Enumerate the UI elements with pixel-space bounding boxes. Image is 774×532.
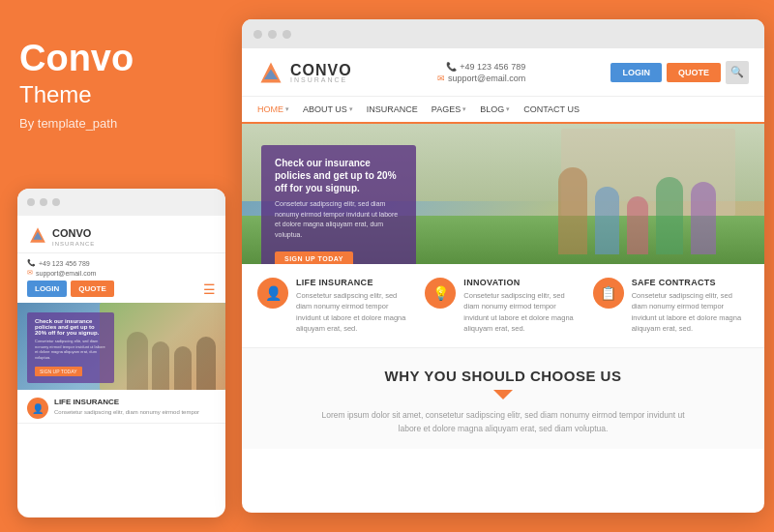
- brand-title: Convo: [19, 39, 242, 79]
- mobile-buttons: LOGIN QUOTE ☰: [17, 281, 225, 297]
- features-strip: 👤 LIFE INSURANCE Consetetur sadipscing e…: [242, 264, 764, 348]
- nav-item-blog[interactable]: BLOG ▾: [480, 104, 510, 114]
- brand-subtitle: Theme: [19, 81, 242, 108]
- desktop-top-bar: [242, 19, 764, 48]
- hero-overlay-title: Check our insurance policies and get up …: [275, 157, 402, 194]
- feature-content-1: LIFE INSURANCE Consetetur sadipscing eli…: [296, 278, 413, 334]
- mobile-top-bar: [17, 189, 225, 216]
- hero-overlay-box: Check our insurance policies and get up …: [261, 145, 416, 264]
- feature-item-2: 💡 INNOVATION Consetetur sadipscing elitr…: [425, 278, 580, 334]
- person-silhouette-1: [196, 337, 216, 390]
- mobile-feature-title: LIFE INSURANCE: [54, 398, 199, 406]
- desktop-logo: CONVO INSURANCE: [257, 59, 352, 86]
- mobile-hero-cta[interactable]: SIGN UP TODAY: [35, 367, 82, 376]
- hero-overlay-text: Consetetur sadipscing elitr, sed diam no…: [275, 199, 402, 240]
- brand-author: By template_path: [19, 116, 242, 131]
- feature-content-3: SAFE CONTRACTS Consetetur sadipscing eli…: [632, 278, 749, 334]
- mobile-hero-text: Consetetur sadipscing elitr, sed diam no…: [35, 339, 106, 360]
- desktop-search-button[interactable]: 🔍: [726, 61, 749, 84]
- mobile-feature-icon: 👤: [27, 398, 48, 419]
- hero-person-5: [691, 182, 716, 254]
- desktop-login-button[interactable]: LOGIN: [610, 63, 662, 82]
- mobile-mockup: CONVO INSURANCE 📞+49 123 456 789 ✉suppor…: [17, 189, 225, 517]
- logo-icon: [27, 224, 48, 246]
- feature-text-1: Consetetur sadipscing elitr, sed diam no…: [296, 290, 413, 334]
- mobile-logo: CONVO INSURANCE: [27, 223, 95, 247]
- why-divider: [257, 390, 749, 399]
- feature-text-2: Consetetur sadipscing elitr, sed diam no…: [463, 290, 580, 334]
- hero-person-4: [656, 177, 683, 254]
- mobile-hero: Check our insurance policies and get up …: [17, 303, 225, 390]
- mobile-menu-icon[interactable]: ☰: [203, 281, 216, 297]
- nav-item-pages[interactable]: PAGES ▾: [432, 104, 466, 114]
- mobile-contact-info: 📞+49 123 456 789 ✉support@email.com: [27, 259, 216, 277]
- mobile-feature-item: 👤 LIFE INSURANCE Consetetur sadipscing e…: [17, 390, 225, 424]
- person-silhouette-3: [152, 341, 169, 390]
- hero-people: [558, 167, 716, 254]
- nav-item-insurance[interactable]: INSURANCE: [367, 104, 418, 114]
- mobile-feature-content: LIFE INSURANCE Consetetur sadipscing eli…: [54, 398, 199, 416]
- feature-title-1: LIFE INSURANCE: [296, 278, 413, 287]
- mobile-hero-title: Check our insurance policies and get up …: [35, 318, 106, 336]
- why-text: Lorem ipsum dolor sit amet, consetetur s…: [310, 409, 697, 435]
- desktop-mockup: CONVO INSURANCE 📞+49 123 456 789 ✉suppor…: [242, 19, 764, 513]
- feature-text-3: Consetetur sadipscing elitr, sed diam no…: [632, 290, 749, 334]
- desktop-contact: 📞+49 123 456 789 ✉support@email.com: [437, 62, 525, 83]
- feature-content-2: INNOVATION Consetetur sadipscing elitr, …: [463, 278, 580, 334]
- nav-item-contact[interactable]: CONTACT US: [523, 104, 580, 114]
- search-icon: 🔍: [730, 66, 744, 78]
- why-arrow-icon: [493, 390, 513, 399]
- why-title: WHY YOU SHOULD CHOOSE US: [257, 368, 749, 384]
- feature-title-2: INNOVATION: [463, 278, 580, 287]
- mobile-quote-button[interactable]: QUOTE: [71, 281, 113, 297]
- feature-item-1: 👤 LIFE INSURANCE Consetetur sadipscing e…: [257, 278, 413, 334]
- desktop-hero: Check our insurance policies and get up …: [242, 124, 764, 264]
- desktop-dot-1: [253, 30, 262, 39]
- feature-item-3: 📋 SAFE CONTRACTS Consetetur sadipscing e…: [593, 278, 749, 334]
- desktop-nav: HOME ▾ ABOUT US ▾ INSURANCE PAGES ▾ BLOG…: [242, 97, 764, 124]
- feature-title-3: SAFE CONTRACTS: [632, 278, 749, 287]
- feature-icon-life: 👤: [257, 278, 288, 309]
- mobile-feature-text: Consetetur sadipscing elitr, diam nonumy…: [54, 408, 199, 416]
- person-silhouette-4: [127, 332, 148, 390]
- mobile-dot-3: [52, 198, 60, 206]
- desktop-logo-text-wrap: CONVO INSURANCE: [290, 62, 352, 83]
- mobile-dot-1: [27, 198, 35, 206]
- desktop-header-buttons: LOGIN QUOTE 🔍: [610, 61, 749, 84]
- mobile-dot-2: [40, 198, 47, 206]
- hero-cta-button[interactable]: SIGN UP TODAY: [275, 251, 353, 264]
- hero-person-1: [558, 167, 587, 254]
- why-section: WHY YOU SHOULD CHOOSE US Lorem ipsum dol…: [242, 348, 764, 449]
- desktop-quote-button[interactable]: QUOTE: [667, 63, 721, 82]
- desktop-dot-3: [283, 30, 291, 39]
- nav-item-home[interactable]: HOME ▾: [257, 104, 289, 114]
- desktop-logo-icon: [257, 59, 284, 86]
- mobile-login-button[interactable]: LOGIN: [27, 281, 67, 297]
- nav-item-about[interactable]: ABOUT US ▾: [303, 104, 353, 114]
- feature-icon-innovation: 💡: [425, 278, 456, 309]
- mobile-logo-text: CONVO INSURANCE: [52, 223, 95, 247]
- mobile-header: CONVO INSURANCE: [17, 216, 225, 253]
- hero-person-3: [627, 196, 648, 254]
- feature-icon-contracts: 📋: [593, 278, 624, 309]
- hero-person-2: [595, 187, 619, 254]
- mobile-hero-overlay: Check our insurance policies and get up …: [27, 312, 114, 383]
- desktop-dot-2: [268, 30, 277, 39]
- person-silhouette-2: [174, 346, 192, 390]
- desktop-header: CONVO INSURANCE 📞+49 123 456 789 ✉suppor…: [242, 48, 764, 97]
